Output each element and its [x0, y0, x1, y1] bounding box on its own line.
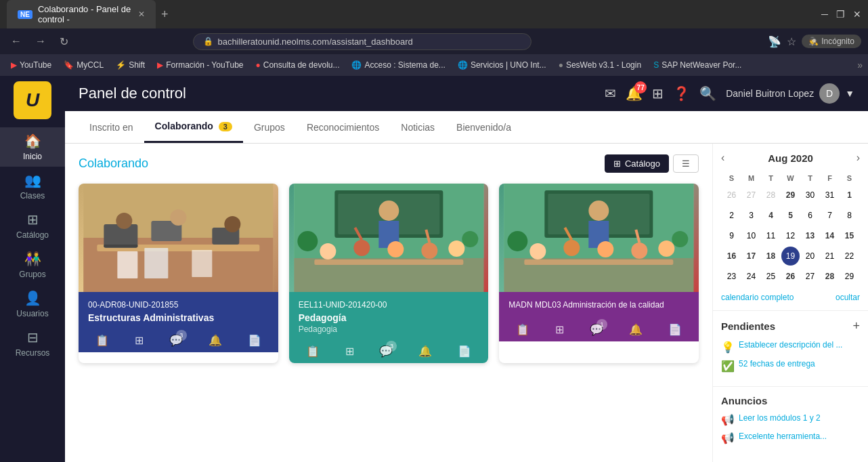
- incognito-button[interactable]: 🕵 Incógnito: [802, 35, 861, 48]
- cal-day-cell[interactable]: 26: [722, 186, 741, 205]
- course-card-1[interactable]: 00-ADR08-UNID-201855 Estructuras Adminis…: [79, 184, 278, 363]
- full-calendar-link[interactable]: calendario completo: [721, 293, 794, 302]
- cal-day-cell[interactable]: 6: [801, 206, 819, 225]
- bookmark-myccl[interactable]: 🔖 MyCCL: [58, 58, 109, 72]
- course-card-3[interactable]: MADN MDL03 Administración de la calidad …: [499, 184, 699, 363]
- sap-icon: S: [653, 60, 659, 70]
- close-icon[interactable]: ✕: [853, 9, 861, 20]
- sidebar-item-catalogo[interactable]: ⊞ Catálogo: [0, 206, 65, 245]
- back-button[interactable]: ←: [7, 34, 26, 49]
- pend-text-2[interactable]: 52 fechas de entrega: [739, 359, 815, 369]
- tab-bienvenido[interactable]: Bienvenido/a: [446, 112, 522, 142]
- cal-day-cell[interactable]: 14: [821, 226, 839, 245]
- bookmark-sap[interactable]: S SAP NetWeaver Por...: [648, 58, 747, 72]
- sidebar-item-recursos[interactable]: ⊟ Recursos: [0, 324, 65, 363]
- cal-day-cell[interactable]: 5: [781, 206, 800, 225]
- star-icon[interactable]: ☆: [787, 35, 796, 48]
- cal-day-cell[interactable]: 4: [762, 206, 780, 225]
- anuncios-widget: Anuncios 📢 Leer los módulos 1 y 2 📢 Exce…: [713, 387, 868, 458]
- hide-calendar-link[interactable]: ocultar: [836, 293, 860, 302]
- cal-day-cell[interactable]: 24: [742, 267, 760, 286]
- cal-day-cell[interactable]: 12: [781, 226, 800, 245]
- cal-day-cell[interactable]: 7: [821, 206, 839, 225]
- list-view-button[interactable]: ☰: [673, 154, 699, 173]
- cast-icon[interactable]: 📡: [768, 35, 781, 48]
- pend-text-1[interactable]: Establecer descripción del ...: [739, 340, 842, 350]
- bookmark-label: SesWeb v3.1 - Login: [566, 60, 641, 70]
- minimize-icon[interactable]: ─: [821, 9, 828, 20]
- cal-day-cell[interactable]: 29: [840, 267, 859, 286]
- pend-item-1: 💡 Establecer descripción del ...: [721, 340, 860, 354]
- cal-day-cell[interactable]: 29: [781, 186, 800, 205]
- cal-day-cell[interactable]: 25: [762, 267, 780, 286]
- tab-colaborando[interactable]: Colaborando 3: [144, 111, 243, 143]
- cal-day-cell[interactable]: 18: [762, 247, 780, 266]
- mail-icon[interactable]: ✉: [605, 85, 616, 102]
- tab-noticias[interactable]: Noticias: [390, 112, 446, 142]
- cal-day-cell[interactable]: 1: [840, 186, 859, 205]
- add-pendiente-button[interactable]: +: [852, 319, 860, 333]
- cal-day-cell[interactable]: 22: [840, 247, 859, 266]
- tab-reconocimientos[interactable]: Reconocimientos: [296, 112, 390, 142]
- cal-day-cell[interactable]: 10: [742, 226, 760, 245]
- user-menu[interactable]: Daniel Buitron Lopez D ▼: [726, 83, 854, 104]
- cal-day-cell[interactable]: 17: [742, 247, 760, 266]
- tab-inscrito[interactable]: Inscrito en: [79, 112, 144, 142]
- cal-day-cell[interactable]: 15: [840, 226, 859, 245]
- browser-tab[interactable]: NE Colaborando - Panel de control - ✕: [7, 0, 156, 28]
- sidebar-label: Usuarios: [16, 309, 48, 318]
- sidebar-item-clases[interactable]: 👥 Clases: [0, 167, 65, 206]
- recursos-icon: ⊟: [27, 329, 39, 345]
- tab-grupos[interactable]: Grupos: [243, 112, 296, 142]
- bookmark-sesweb[interactable]: ● SesWeb v3.1 - Login: [553, 58, 647, 72]
- cal-day-cell[interactable]: 9: [722, 226, 741, 245]
- forward-button[interactable]: →: [31, 34, 50, 49]
- course-card-2[interactable]: EEL11-UNID-201420-00 Pedagogía Pedagogia…: [289, 184, 489, 363]
- cal-day-cell[interactable]: 21: [821, 247, 839, 266]
- cal-day-cell[interactable]: 28: [821, 267, 839, 286]
- sidebar-item-usuarios[interactable]: 👤 Usuarios: [0, 285, 65, 324]
- sidebar-item-grupos[interactable]: 👫 Grupos: [0, 245, 65, 285]
- grid-view-button[interactable]: ⊞ Catálogo: [605, 154, 669, 173]
- search-icon[interactable]: 🔍: [699, 85, 716, 102]
- grid-icon[interactable]: ⊞: [652, 85, 664, 102]
- notifications-icon[interactable]: 🔔 77: [626, 85, 643, 102]
- bookmarks-more-btn[interactable]: »: [857, 60, 863, 70]
- cal-day-cell[interactable]: 16: [722, 247, 741, 266]
- cal-day-cell[interactable]: 11: [762, 226, 780, 245]
- cal-day-cell[interactable]: 8: [840, 206, 859, 225]
- cal-day-cell[interactable]: 30: [801, 186, 819, 205]
- tab-close-btn[interactable]: ✕: [138, 9, 145, 19]
- anuncio-text-2[interactable]: Excelente herramienta...: [739, 432, 827, 441]
- bookmark-servicios[interactable]: 🌐 Servicios | UNO Int...: [452, 58, 552, 72]
- bookmark-acceso[interactable]: 🌐 Acceso : Sistema de...: [346, 58, 450, 72]
- bookmark-consulta[interactable]: ● Consulta de devolu...: [250, 58, 345, 72]
- anuncio-text-1[interactable]: Leer los módulos 1 y 2: [739, 413, 821, 423]
- bookmark-shift[interactable]: ⚡ Shift: [110, 58, 150, 72]
- help-icon[interactable]: ❓: [673, 85, 690, 102]
- cal-day-cell[interactable]: 13: [801, 226, 819, 245]
- address-bar[interactable]: 🔒 bachilleratounid.neolms.com/assistant_…: [193, 33, 531, 50]
- cal-day-cell[interactable]: 2: [722, 206, 741, 225]
- bookmark-youtube[interactable]: ▶ YouTube: [5, 58, 57, 72]
- anuncio-item-2: 📢 Excelente herramienta...: [721, 432, 860, 444]
- cal-day-cell[interactable]: 3: [742, 206, 760, 225]
- cal-day-cell[interactable]: 19: [781, 247, 800, 266]
- user-avatar: D: [819, 83, 840, 104]
- reload-button[interactable]: ↻: [56, 34, 72, 49]
- cal-day-cell[interactable]: 27: [742, 186, 760, 205]
- maximize-icon[interactable]: ❐: [836, 9, 845, 20]
- cal-day-cell[interactable]: 23: [722, 267, 741, 286]
- cal-day-cell[interactable]: 27: [801, 267, 819, 286]
- new-tab-button[interactable]: +: [161, 8, 169, 20]
- app-logo[interactable]: U: [14, 81, 51, 119]
- sidebar-item-inicio[interactable]: 🏠 Inicio: [0, 127, 65, 167]
- tab-title: Colaborando - Panel de control -: [38, 4, 133, 24]
- cal-day-cell[interactable]: 20: [801, 247, 819, 266]
- calendar-prev-button[interactable]: ‹: [721, 152, 724, 164]
- cal-day-cell[interactable]: 31: [821, 186, 839, 205]
- calendar-next-button[interactable]: ›: [856, 152, 860, 164]
- cal-day-cell[interactable]: 26: [781, 267, 800, 286]
- bookmark-formacion[interactable]: ▶ Formación - YouTube: [152, 58, 248, 72]
- cal-day-cell[interactable]: 28: [762, 186, 780, 205]
